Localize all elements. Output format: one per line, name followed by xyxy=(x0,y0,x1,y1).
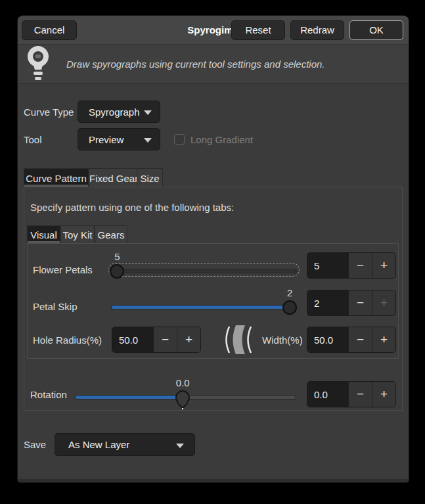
flower-petals-increment-button[interactable]: + xyxy=(372,253,395,278)
flower-petals-entry[interactable]: 5 xyxy=(307,253,348,278)
flower-petals-slider[interactable]: 5 xyxy=(112,251,296,283)
plugin-description: Draw spyrographs using current tool sett… xyxy=(66,45,325,84)
lightbulb-icon xyxy=(26,46,51,84)
band-curve-icon xyxy=(223,325,253,357)
hole-radius-increment-button[interactable]: + xyxy=(177,327,200,352)
save-value: As New Layer xyxy=(68,434,129,455)
long-gradient-checkbox[interactable] xyxy=(174,134,185,145)
band-width-decrement-button[interactable]: − xyxy=(348,327,372,352)
hole-radius-label: Hole Radius(%) xyxy=(33,334,102,346)
rotation-entry[interactable]: 0.0 xyxy=(307,382,348,407)
tool-dropdown[interactable]: Preview xyxy=(78,128,160,150)
chevron-down-icon xyxy=(176,444,184,448)
slider-handle[interactable] xyxy=(282,300,297,315)
hole-radius-decrement-button[interactable]: − xyxy=(153,327,177,352)
hole-radius-spinbox: 50.0 − + xyxy=(112,327,201,353)
hole-radius-entry[interactable]: 50.0 xyxy=(112,327,153,352)
chevron-down-icon xyxy=(144,110,152,115)
petal-skip-decrement-button[interactable]: − xyxy=(348,290,372,315)
flower-petals-label: Flower Petals xyxy=(33,264,93,275)
band-width-spinbox: 50.0 − + xyxy=(307,327,396,353)
rotation-slider[interactable]: 0.0 xyxy=(76,377,296,409)
slider-value-label: 5 xyxy=(114,251,120,262)
save-dropdown[interactable]: As New Layer xyxy=(55,433,195,456)
curve-type-value: Spyrograph xyxy=(89,101,140,122)
redraw-button[interactable]: Redraw xyxy=(290,20,344,40)
tab-curve-pattern[interactable]: Curve Pattern xyxy=(24,168,89,187)
petal-skip-spinbox: 2 − + xyxy=(307,290,396,316)
tab-gears[interactable]: Gears xyxy=(95,225,127,244)
tab-fixed-gear[interactable]: Fixed Gear xyxy=(89,168,137,187)
reset-button[interactable]: Reset xyxy=(231,20,285,40)
slider-value-label: 0.0 xyxy=(176,377,190,388)
dialog-header: Cancel Spyrogimp Reset Redraw OK xyxy=(18,16,409,45)
tab-size[interactable]: Size xyxy=(137,168,163,187)
tab-visual[interactable]: Visual xyxy=(27,225,60,244)
tool-value: Preview xyxy=(89,129,123,150)
slider-fill xyxy=(112,306,290,309)
petal-skip-increment-button: + xyxy=(372,290,395,315)
slider-value-label: 2 xyxy=(287,287,292,298)
band-width-entry[interactable]: 50.0 xyxy=(307,327,348,352)
tab-toy-kit[interactable]: Toy Kit xyxy=(60,225,95,244)
slider-center-mark xyxy=(182,408,183,409)
save-label: Save xyxy=(24,439,46,450)
band-width-increment-button[interactable]: + xyxy=(372,327,395,352)
rotation-label: Rotation xyxy=(30,389,67,400)
spyrogimp-dialog: Cancel Spyrogimp Reset Redraw OK Draw sp… xyxy=(18,16,409,482)
petal-skip-slider[interactable]: 2 xyxy=(112,287,296,319)
slider-handle[interactable] xyxy=(110,264,124,279)
petal-skip-entry[interactable]: 2 xyxy=(307,290,348,315)
tool-label: Tool xyxy=(24,134,42,145)
band-width-label: Width(%) xyxy=(262,334,303,346)
slider-fill xyxy=(76,396,183,399)
rotation-spinbox: 0.0 − + xyxy=(307,381,396,407)
flower-petals-spinbox: 5 − + xyxy=(307,252,396,279)
ok-button[interactable]: OK xyxy=(349,20,403,40)
curve-type-label: Curve Type xyxy=(24,106,74,118)
dialog-bottom-edge xyxy=(18,479,409,482)
curve-type-dropdown[interactable]: Spyrograph xyxy=(78,101,160,123)
slider-track[interactable] xyxy=(112,269,296,273)
flower-petals-decrement-button[interactable]: − xyxy=(348,253,372,278)
chevron-down-icon xyxy=(144,138,152,143)
info-bar: Draw spyrographs using current tool sett… xyxy=(18,45,409,84)
rotation-decrement-button[interactable]: − xyxy=(348,382,372,407)
instruction-text: Specify pattern using one of the followi… xyxy=(30,202,234,213)
slider-handle[interactable] xyxy=(175,390,190,405)
long-gradient-label: Long Gradient xyxy=(190,134,253,145)
rotation-increment-button[interactable]: + xyxy=(372,382,395,407)
petal-skip-label: Petal Skip xyxy=(33,301,78,312)
